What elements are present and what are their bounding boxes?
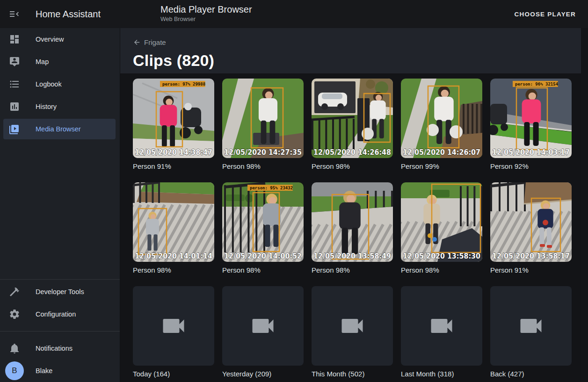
clip-thumbnail: 12/05/2020 13:58:49 bbox=[312, 182, 393, 262]
media-grid: person: 97% 2998812/05/2020 14:38:47Pers… bbox=[120, 73, 588, 382]
sidebar-item-user-profile[interactable]: BBlake bbox=[0, 360, 120, 382]
clip-thumbnail: person: 96% 3215412/05/2020 14:03:17 bbox=[490, 79, 572, 158]
clip-label: Person 98% bbox=[222, 266, 304, 274]
clip-timestamp-overlay: 12/05/2020 14:01:14 bbox=[135, 252, 212, 260]
clip-card[interactable]: 12/05/2020 14:26:48Person 98% bbox=[312, 79, 393, 182]
breadcrumb-label: Frigate bbox=[144, 38, 166, 46]
folder-label: Yesterday (209) bbox=[222, 370, 304, 378]
logbook-icon bbox=[9, 79, 20, 90]
scrollbar[interactable] bbox=[581, 28, 588, 382]
folder-label: This Month (502) bbox=[312, 370, 393, 378]
user-avatar: B bbox=[5, 361, 24, 380]
clip-timestamp-overlay: 12/05/2020 14:26:07 bbox=[403, 148, 480, 157]
sidebar-item-overview[interactable]: Overview bbox=[0, 28, 120, 50]
clip-card[interactable]: person: 95% 2343212/05/2020 14:00:52Pers… bbox=[222, 182, 304, 286]
clip-card[interactable]: person: 96% 3215412/05/2020 14:03:17Pers… bbox=[490, 79, 572, 182]
sidebar-item-label: Logbook bbox=[36, 80, 62, 88]
folder-label: Last Month (318) bbox=[401, 370, 482, 378]
cog-icon-svg bbox=[9, 309, 20, 320]
detection-chip: person: 97% 29988 bbox=[162, 82, 205, 86]
sidebar-item-configuration[interactable]: Configuration bbox=[0, 303, 120, 325]
sidebar-item-notifications[interactable]: Notifications bbox=[0, 337, 120, 360]
video-camera-icon bbox=[249, 312, 277, 340]
sidebar-item-map[interactable]: Map bbox=[0, 50, 120, 73]
clip-thumbnail: 12/05/2020 14:27:35 bbox=[222, 79, 304, 158]
detection-chip: person: 95% 23432 bbox=[250, 186, 293, 190]
page-heading: Clips (820) bbox=[133, 51, 588, 70]
video-camera-icon bbox=[338, 312, 366, 340]
clip-timestamp-overlay: 12/05/2020 13:58:30 bbox=[403, 252, 480, 260]
clip-thumbnail: 12/05/2020 14:26:48 bbox=[312, 79, 393, 158]
sidebar-item-logbook[interactable]: Logbook bbox=[0, 73, 120, 95]
folder-thumbnail bbox=[133, 286, 214, 366]
clip-label: Person 91% bbox=[133, 162, 214, 170]
history-icon-svg bbox=[9, 101, 20, 112]
clip-card[interactable]: 12/05/2020 14:26:07Person 99% bbox=[401, 79, 482, 182]
folder-card[interactable]: Last Month (318) bbox=[401, 286, 482, 382]
dashboard-icon bbox=[9, 34, 20, 45]
logbook-icon-svg bbox=[9, 79, 20, 90]
clip-label: Person 98% bbox=[312, 266, 393, 274]
menu-open-icon bbox=[8, 8, 20, 20]
folder-thumbnail bbox=[401, 286, 482, 366]
clip-timestamp-overlay: 12/05/2020 14:38:47 bbox=[135, 148, 212, 157]
sidebar-toggle-button[interactable] bbox=[3, 3, 25, 25]
sidebar-nav: OverviewMapLogbookHistoryMedia Browser bbox=[0, 28, 120, 140]
clip-timestamp-overlay: 12/05/2020 14:03:17 bbox=[492, 148, 570, 157]
media-browser-header: Frigate Clips (820) bbox=[120, 28, 588, 73]
clip-card[interactable]: 12/05/2020 14:27:35Person 98% bbox=[222, 79, 304, 182]
clip-timestamp-overlay: 12/05/2020 14:00:52 bbox=[224, 252, 302, 260]
sidebar-item-label: Configuration bbox=[36, 310, 76, 318]
folder-card[interactable]: This Month (502) bbox=[312, 286, 393, 382]
page-subtitle: Web Browser bbox=[160, 15, 252, 23]
media-icon bbox=[9, 123, 20, 135]
folder-label: Today (164) bbox=[133, 370, 214, 378]
sidebar-item-label: History bbox=[36, 103, 57, 110]
folder-thumbnail bbox=[222, 286, 304, 366]
clip-timestamp-overlay: 12/05/2020 14:27:35 bbox=[224, 148, 302, 157]
clip-thumbnail: person: 95% 2343212/05/2020 14:00:52 bbox=[222, 182, 304, 262]
folder-card[interactable]: Yesterday (209) bbox=[222, 286, 304, 382]
clip-card[interactable]: 12/05/2020 13:58:49Person 98% bbox=[312, 182, 393, 286]
clip-label: Person 98% bbox=[222, 162, 304, 170]
clip-label: Person 98% bbox=[401, 266, 482, 274]
video-camera-icon bbox=[517, 312, 545, 340]
home-assistant-window: { "app_bar": { "app_title": "Home Assist… bbox=[0, 0, 588, 382]
folder-card[interactable]: Today (164) bbox=[133, 286, 214, 382]
clip-label: Person 98% bbox=[312, 162, 393, 170]
clip-card[interactable]: 12/05/2020 14:01:14Person 98% bbox=[133, 182, 214, 286]
clip-timestamp-overlay: 12/05/2020 13:58:17 bbox=[492, 252, 570, 260]
clip-card[interactable]: 12/05/2020 13:58:30Person 98% bbox=[401, 182, 482, 286]
breadcrumb-back[interactable]: Frigate bbox=[133, 38, 166, 46]
clip-thumbnail: person: 97% 2998812/05/2020 14:38:47 bbox=[133, 79, 214, 158]
clip-thumbnail: 12/05/2020 13:58:30 bbox=[401, 182, 482, 262]
sidebar-item-history[interactable]: History bbox=[0, 95, 120, 118]
clip-label: Person 98% bbox=[133, 266, 214, 274]
clip-label: Person 91% bbox=[490, 266, 572, 274]
sidebar: OverviewMapLogbookHistoryMedia Browser D… bbox=[0, 28, 120, 382]
media-icon-svg bbox=[9, 123, 20, 135]
sidebar-item-label: Map bbox=[36, 58, 49, 65]
clip-card[interactable]: 12/05/2020 13:58:17Person 91% bbox=[490, 182, 572, 286]
clip-card[interactable]: person: 97% 2998812/05/2020 14:38:47Pers… bbox=[133, 79, 214, 182]
sidebar-item-media-browser[interactable]: Media Browser bbox=[0, 118, 120, 140]
clip-timestamp-overlay: 12/05/2020 13:58:49 bbox=[313, 252, 391, 260]
choose-player-button[interactable]: CHOOSE PLAYER bbox=[512, 10, 579, 18]
map-icon-svg bbox=[9, 56, 20, 67]
cog-icon bbox=[9, 309, 20, 320]
video-camera-icon bbox=[428, 312, 456, 340]
video-camera-icon bbox=[160, 312, 188, 340]
clip-label: Person 92% bbox=[490, 162, 572, 170]
sidebar-item-developer-tools[interactable]: Developer Tools bbox=[0, 281, 120, 303]
sidebar-item-label: Media Browser bbox=[36, 125, 81, 133]
bell-icon-svg bbox=[9, 343, 20, 354]
dashboard-icon-svg bbox=[9, 34, 20, 45]
folder-card[interactable]: Back (427) bbox=[490, 286, 572, 382]
app-bar: Home Assistant Media Player Browser Web … bbox=[0, 0, 588, 28]
clip-thumbnail: 12/05/2020 14:01:14 bbox=[133, 182, 214, 262]
arrow-left-icon bbox=[133, 38, 141, 46]
clip-timestamp-overlay: 12/05/2020 14:26:48 bbox=[313, 148, 391, 157]
app-title: Home Assistant bbox=[36, 9, 101, 20]
sidebar-item-label: Notifications bbox=[36, 345, 73, 352]
media-browser-panel: Frigate Clips (820) person: 97% 2998812/… bbox=[120, 28, 588, 382]
